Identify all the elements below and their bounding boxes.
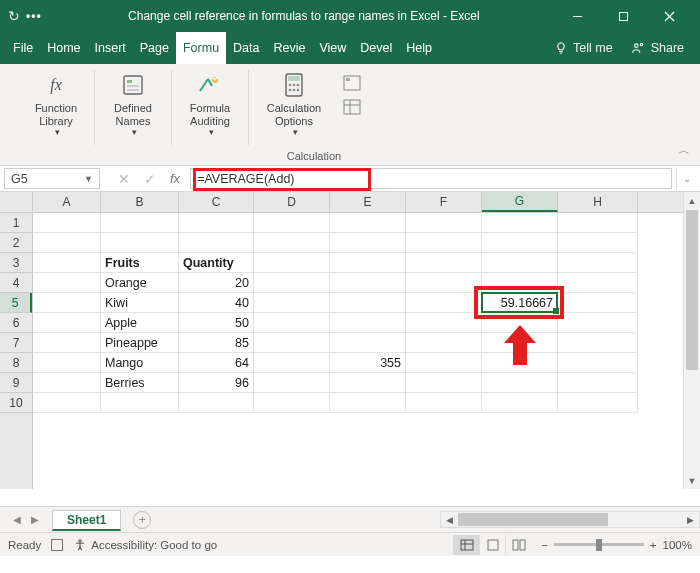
cell-C5[interactable]: 40 xyxy=(179,293,254,313)
formula-expand-button[interactable]: ⌄ xyxy=(676,168,696,189)
cell-C10[interactable] xyxy=(179,393,254,413)
col-header-D[interactable]: D xyxy=(254,192,330,212)
tab-revie[interactable]: Revie xyxy=(267,32,313,64)
name-box[interactable]: G5 ▼ xyxy=(4,168,100,189)
col-header-B[interactable]: B xyxy=(101,192,179,212)
cell-D9[interactable] xyxy=(254,373,330,393)
cell-B10[interactable] xyxy=(101,393,179,413)
tab-nav-prev[interactable]: ◀ xyxy=(8,514,26,525)
zoom-level[interactable]: 100% xyxy=(663,539,692,551)
cell-G4[interactable] xyxy=(482,273,558,293)
cell-G8[interactable] xyxy=(482,353,558,373)
page-layout-view-button[interactable] xyxy=(479,535,505,555)
accessibility-text[interactable]: Accessibility: Good to go xyxy=(91,539,217,551)
horizontal-scrollbar[interactable]: ◀ ▶ xyxy=(440,511,700,528)
row-header-1[interactable]: 1 xyxy=(0,213,32,233)
cell-E6[interactable] xyxy=(330,313,406,333)
row-header-5[interactable]: 5 xyxy=(0,293,32,313)
cell-E3[interactable] xyxy=(330,253,406,273)
cell-H1[interactable] xyxy=(558,213,638,233)
cell-B6[interactable]: Apple xyxy=(101,313,179,333)
row-header-7[interactable]: 7 xyxy=(0,333,32,353)
cell-H5[interactable] xyxy=(558,293,638,313)
cell-A8[interactable] xyxy=(33,353,101,373)
cell-G5[interactable]: 59.16667 xyxy=(482,293,558,313)
cell-C1[interactable] xyxy=(179,213,254,233)
cell-G2[interactable] xyxy=(482,233,558,253)
cell-H3[interactable] xyxy=(558,253,638,273)
col-header-A[interactable]: A xyxy=(33,192,101,212)
tell-me[interactable]: Tell me xyxy=(546,32,621,64)
cell-A4[interactable] xyxy=(33,273,101,293)
cell-B2[interactable] xyxy=(101,233,179,253)
col-header-E[interactable]: E xyxy=(330,192,406,212)
tab-page[interactable]: Page xyxy=(133,32,176,64)
chevron-down-icon[interactable]: ▼ xyxy=(84,174,93,184)
tab-devel[interactable]: Devel xyxy=(353,32,399,64)
vertical-scrollbar[interactable]: ▲ ▼ xyxy=(683,192,700,489)
hscroll-thumb[interactable] xyxy=(458,513,608,526)
cell-A7[interactable] xyxy=(33,333,101,353)
select-all-corner[interactable] xyxy=(0,192,33,213)
cell-C4[interactable]: 20 xyxy=(179,273,254,293)
cell-B3[interactable]: Fruits xyxy=(101,253,179,273)
cell-D7[interactable] xyxy=(254,333,330,353)
maximize-button[interactable] xyxy=(600,0,646,32)
formula-bar[interactable]: =AVERAGE(Add) xyxy=(190,168,672,189)
cell-F2[interactable] xyxy=(406,233,482,253)
cell-A2[interactable] xyxy=(33,233,101,253)
cell-A1[interactable] xyxy=(33,213,101,233)
quick-access-more[interactable]: ••• xyxy=(26,9,42,23)
tab-formu[interactable]: Formu xyxy=(176,32,226,64)
cell-D4[interactable] xyxy=(254,273,330,293)
cell-C8[interactable]: 64 xyxy=(179,353,254,373)
tab-help[interactable]: Help xyxy=(399,32,439,64)
cell-F5[interactable] xyxy=(406,293,482,313)
cell-C7[interactable]: 85 xyxy=(179,333,254,353)
tab-view[interactable]: View xyxy=(312,32,353,64)
cell-F4[interactable] xyxy=(406,273,482,293)
cell-A6[interactable] xyxy=(33,313,101,333)
cell-D2[interactable] xyxy=(254,233,330,253)
cell-A9[interactable] xyxy=(33,373,101,393)
cell-F7[interactable] xyxy=(406,333,482,353)
close-button[interactable] xyxy=(646,0,692,32)
cell-F6[interactable] xyxy=(406,313,482,333)
cell-F9[interactable] xyxy=(406,373,482,393)
cell-C2[interactable] xyxy=(179,233,254,253)
cell-A10[interactable] xyxy=(33,393,101,413)
tab-data[interactable]: Data xyxy=(226,32,266,64)
cell-H10[interactable] xyxy=(558,393,638,413)
collapse-ribbon-button[interactable]: ︿ xyxy=(678,142,690,159)
cell-E1[interactable] xyxy=(330,213,406,233)
cell-E5[interactable] xyxy=(330,293,406,313)
cell-H2[interactable] xyxy=(558,233,638,253)
cell-A5[interactable] xyxy=(33,293,101,313)
cell-C6[interactable]: 50 xyxy=(179,313,254,333)
cell-H6[interactable] xyxy=(558,313,638,333)
cell-G7[interactable] xyxy=(482,333,558,353)
tab-insert[interactable]: Insert xyxy=(88,32,133,64)
cell-G6[interactable] xyxy=(482,313,558,333)
scroll-down-button[interactable]: ▼ xyxy=(684,472,700,489)
zoom-slider[interactable] xyxy=(554,543,644,546)
cell-C9[interactable]: 96 xyxy=(179,373,254,393)
cell-H7[interactable] xyxy=(558,333,638,353)
row-header-9[interactable]: 9 xyxy=(0,373,32,393)
insert-function-icon[interactable]: fx xyxy=(170,171,180,186)
cancel-formula-icon[interactable]: ✕ xyxy=(118,171,130,187)
defined-names-button[interactable]: Defined Names▾ xyxy=(103,66,163,165)
cell-H4[interactable] xyxy=(558,273,638,293)
cell-E9[interactable] xyxy=(330,373,406,393)
autosave-icon[interactable]: ↻ xyxy=(8,8,20,24)
tab-nav-next[interactable]: ▶ xyxy=(26,514,44,525)
cell-D10[interactable] xyxy=(254,393,330,413)
calculate-now-button[interactable] xyxy=(337,72,367,94)
scroll-up-button[interactable]: ▲ xyxy=(684,192,700,209)
cell-G10[interactable] xyxy=(482,393,558,413)
cell-B8[interactable]: Mango xyxy=(101,353,179,373)
cell-G9[interactable] xyxy=(482,373,558,393)
zoom-in-button[interactable]: + xyxy=(650,539,657,551)
zoom-out-button[interactable]: − xyxy=(541,539,548,551)
new-sheet-button[interactable]: + xyxy=(133,511,151,529)
